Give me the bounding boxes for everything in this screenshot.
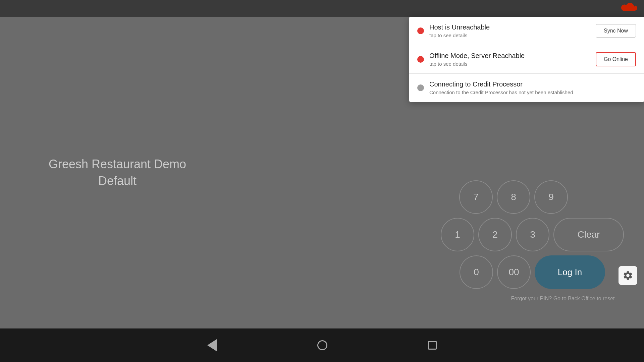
restaurant-name: Greesh Restaurant Demo — [0, 157, 235, 171]
numpad-row-0: 0 00 Log In — [460, 255, 605, 289]
credit-processor-text: Connecting to Credit Processor Connectio… — [429, 80, 636, 95]
restaurant-location: Default — [0, 174, 235, 188]
login-button[interactable]: Log In — [535, 255, 605, 289]
key-1-button[interactable]: 1 — [441, 218, 474, 251]
host-unreachable-row[interactable]: Host is Unreachable tap to see details S… — [409, 17, 644, 45]
offline-mode-subtitle: tap to see details — [429, 61, 596, 67]
credit-processor-row[interactable]: Connecting to Credit Processor Connectio… — [409, 74, 644, 102]
forgot-pin-text: Forgot your PIN? Go to Back Office to re… — [448, 296, 616, 302]
nav-recent-button[interactable] — [428, 341, 437, 350]
host-unreachable-title: Host is Unreachable — [429, 23, 596, 31]
offline-mode-text: Offline Mode, Server Reachable tap to se… — [429, 52, 596, 67]
key-7-button[interactable]: 7 — [459, 180, 493, 214]
nav-home-button[interactable] — [317, 340, 327, 350]
numpad-row-789: 7 8 9 — [459, 180, 605, 214]
numpad-row-123: 1 2 3 Clear — [441, 218, 624, 251]
key-3-button[interactable]: 3 — [516, 218, 549, 251]
settings-button[interactable] — [619, 266, 637, 285]
host-unreachable-dot — [417, 27, 424, 34]
host-unreachable-text: Host is Unreachable tap to see details — [429, 23, 596, 38]
key-2-button[interactable]: 2 — [478, 218, 512, 251]
credit-processor-title: Connecting to Credit Processor — [429, 80, 636, 88]
key-0-button[interactable]: 0 — [460, 255, 493, 289]
offline-mode-title: Offline Mode, Server Reachable — [429, 52, 596, 60]
credit-processor-subtitle: Connection to the Credit Processor has n… — [429, 89, 636, 95]
key-00-button[interactable]: 00 — [497, 255, 531, 289]
host-unreachable-subtitle: tap to see details — [429, 33, 596, 38]
offline-mode-row[interactable]: Offline Mode, Server Reachable tap to se… — [409, 45, 644, 74]
restaurant-info: Greesh Restaurant Demo Default — [0, 157, 235, 188]
numpad-area: 7 8 9 1 2 3 Clear 0 00 Log In Forgot you… — [441, 180, 624, 302]
key-8-button[interactable]: 8 — [497, 180, 530, 214]
key-9-button[interactable]: 9 — [534, 180, 568, 214]
go-online-button[interactable]: Go Online — [596, 52, 636, 66]
nav-back-button[interactable] — [207, 339, 217, 351]
bottom-nav-bar — [0, 328, 644, 362]
clear-button[interactable]: Clear — [553, 218, 624, 251]
top-bar — [0, 0, 644, 17]
credit-processor-dot — [417, 84, 424, 91]
main-content: Greesh Restaurant Demo Default Host is U… — [0, 17, 644, 328]
offline-mode-dot — [417, 56, 424, 63]
sync-now-button[interactable]: Sync Now — [596, 24, 636, 38]
cloud-status-icon[interactable] — [621, 2, 637, 15]
status-dropdown-panel: Host is Unreachable tap to see details S… — [409, 17, 644, 102]
